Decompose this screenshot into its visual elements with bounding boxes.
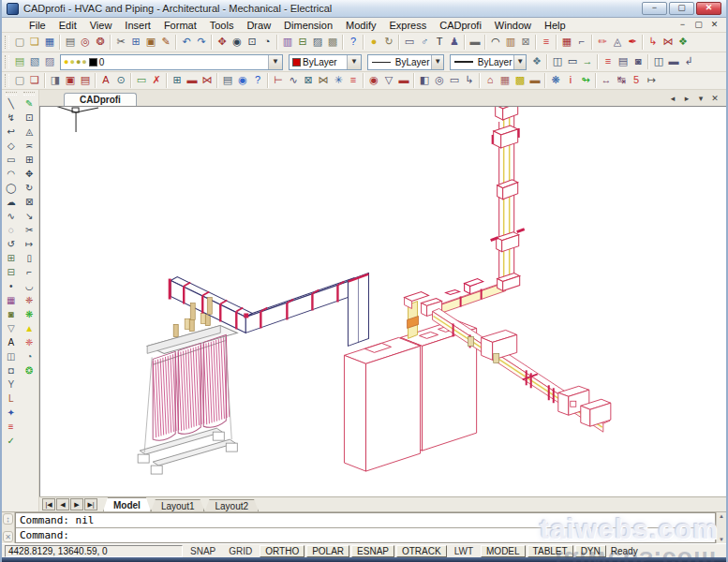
cadprofi-onoff-icon[interactable]: ◫ [550, 54, 565, 69]
cadprofi-door-icon[interactable]: ◙ [631, 54, 646, 69]
publish-icon[interactable]: ❂ [93, 35, 108, 50]
globe-icon[interactable]: ❂ [22, 364, 37, 378]
linetype-combo-arrow-icon[interactable]: ▼ [431, 55, 443, 69]
cp-table-icon[interactable]: ⊞ [170, 73, 185, 88]
cp-script-icon[interactable]: ✗ [149, 73, 164, 88]
cp-mesh-icon[interactable]: ▦ [498, 73, 513, 88]
status-toggle-model[interactable]: MODEL [481, 545, 526, 557]
scroll-up-icon[interactable]: ▲ [717, 512, 726, 520]
cp-help-icon[interactable]: ? [250, 73, 265, 88]
cadprofi-pipes-icon[interactable]: ✏ [595, 35, 610, 50]
undo-draw-icon[interactable]: ↺ [3, 238, 19, 252]
cp-pipe-run-icon[interactable]: ∿ [286, 73, 301, 88]
ellipse-icon[interactable]: ◌ [3, 224, 19, 238]
lineweight-combo-arrow-icon[interactable]: ▼ [513, 55, 526, 69]
cut-icon[interactable]: ✂ [113, 35, 128, 50]
cadprofi-text-icon[interactable]: T [432, 35, 447, 50]
cadprofi-wall-icon[interactable]: ▤ [616, 54, 631, 69]
command-line-area[interactable]: Command: nil Command: [15, 512, 716, 543]
menu-cadprofi[interactable]: CADprofi [433, 20, 488, 31]
cadprofi-tray-icon[interactable]: ▬ [666, 54, 681, 69]
hatch-icon[interactable]: ▦ [3, 294, 19, 308]
color-combo-arrow-icon[interactable]: ▼ [347, 55, 361, 69]
menu-file[interactable]: File [22, 20, 52, 31]
menu-draw[interactable]: Draw [240, 20, 277, 31]
toolbar-grip[interactable] [23, 92, 35, 96]
cadprofi-arrow-icon[interactable]: → [580, 54, 595, 69]
zoom-window-icon[interactable]: ⊡ [245, 35, 260, 50]
cp-house-icon[interactable]: ⌂ [483, 73, 498, 88]
explode-icon[interactable]: ❈ [22, 294, 37, 308]
cadprofi-lines-icon[interactable]: ≡ [601, 54, 616, 69]
redo-icon[interactable]: ↷ [194, 35, 209, 50]
cp-info-icon[interactable]: i [563, 73, 578, 88]
cp-fan2-icon[interactable]: ❋ [548, 73, 563, 88]
tab-layout2[interactable]: Layout2 [204, 499, 259, 511]
make-block-icon[interactable]: ⊟ [3, 266, 19, 280]
layer-states-icon[interactable]: ▨ [42, 54, 57, 69]
cadprofi-rotate-icon[interactable]: ↻ [381, 35, 396, 50]
menu-insert[interactable]: Insert [118, 20, 157, 31]
ortho-tool-icon[interactable]: L [3, 392, 19, 407]
open-icon[interactable]: ❏ [27, 35, 42, 50]
cadprofi-equipment-icon[interactable]: ⊠ [518, 35, 533, 50]
new-icon[interactable]: ▢ [12, 35, 27, 50]
plot-preview-icon[interactable]: ◎ [78, 35, 93, 50]
cp-elbow-icon[interactable]: ↳ [462, 73, 477, 88]
cadprofi-lines2-icon[interactable]: ≡ [3, 421, 19, 435]
toolbar-grip[interactable] [6, 92, 17, 96]
cp-dim-aligned-icon[interactable]: ↹ [614, 73, 629, 88]
point-icon[interactable]: • [3, 280, 19, 294]
chamfer-icon[interactable]: ⌐ [22, 266, 37, 280]
status-toggle-polar[interactable]: POLAR [306, 545, 349, 557]
mdi-minimize-icon[interactable]: − [676, 19, 689, 31]
polyline-icon[interactable]: ↯ [3, 111, 19, 126]
mdi-restore-icon[interactable]: ▢ [692, 19, 705, 31]
tab-layout1[interactable]: Layout1 [151, 499, 205, 511]
cadprofi-cabinet-icon[interactable]: ▥ [503, 35, 518, 50]
layer-match-icon[interactable]: ❖ [529, 54, 544, 69]
cp-properties-icon[interactable]: ▤ [220, 73, 235, 88]
cadprofi-frame-icon[interactable]: ▭ [402, 35, 417, 50]
maximize-button[interactable]: ▢ [669, 2, 694, 15]
command-scrollbar[interactable]: ▲ ▼ [716, 512, 726, 543]
cp-dim-arrow-icon[interactable]: ↦ [644, 73, 659, 88]
lineweight-combo[interactable]: ByLayer ▼ [450, 54, 527, 70]
copy-clip-icon[interactable]: ⊞ [128, 35, 143, 50]
layout-next-button[interactable]: ▶ [70, 498, 83, 510]
properties-icon[interactable]: ▥ [280, 35, 295, 50]
doc-menu-icon[interactable]: ▾ [696, 94, 706, 103]
transformer[interactable] [138, 307, 237, 474]
cp-bow-icon[interactable]: ⋈ [200, 73, 215, 88]
cp-pump-icon[interactable]: ◉ [366, 73, 381, 88]
cadprofi-elbow-icon[interactable]: ⌐ [574, 35, 589, 50]
layer-properties-icon[interactable]: ▤ [12, 54, 27, 69]
linetype-combo[interactable]: ByLayer ▼ [367, 54, 444, 70]
menu-window[interactable]: Window [488, 20, 538, 31]
offset-icon[interactable]: ≍ [22, 140, 37, 154]
status-toggle-snap[interactable]: SNAP [185, 545, 221, 557]
cp-circle-icon[interactable]: ◉ [235, 73, 250, 88]
doc-next-icon[interactable]: ▸ [682, 94, 691, 103]
table-icon[interactable]: ◫ [3, 350, 19, 364]
menu-express[interactable]: Express [382, 20, 433, 31]
command-prompt-line[interactable]: Command: [16, 528, 715, 542]
status-toggle-otrack[interactable]: OTRACK [396, 545, 447, 557]
cadprofi-schemes-icon[interactable]: ❖ [676, 35, 691, 50]
cp-faucet-icon[interactable]: ⊢ [271, 73, 286, 88]
scroll-down-icon[interactable]: ▼ [717, 536, 726, 543]
zoom-previous-icon[interactable]: ◔ [260, 35, 275, 50]
cp-boiler-icon[interactable]: ◧ [417, 73, 432, 88]
cp-furniture-icon[interactable]: ▬ [527, 73, 542, 88]
switchgear-cabinets[interactable] [344, 319, 476, 471]
cp-cartridge-icon[interactable]: ▬ [185, 73, 200, 88]
doc-close-icon[interactable]: ✕ [710, 94, 720, 103]
cadprofi-valve-icon[interactable]: ⋈ [661, 35, 676, 50]
trim-icon[interactable]: ✂ [22, 224, 37, 238]
menu-modify[interactable]: Modify [339, 20, 382, 31]
cadprofi-stamp-icon[interactable]: ♟ [447, 35, 462, 50]
status-toggle-esnap[interactable]: ESNAP [351, 545, 394, 557]
layer-combo-arrow-icon[interactable]: ▼ [268, 55, 282, 69]
busbar-riser[interactable] [491, 107, 525, 291]
cp-arrows-icon[interactable]: ↬ [578, 73, 593, 88]
